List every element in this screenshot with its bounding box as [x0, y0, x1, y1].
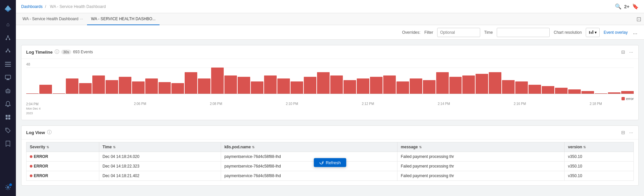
x-label-3: 2:10 PM: [254, 102, 330, 115]
log-view-expand-button[interactable]: ⊟: [621, 129, 626, 136]
svg-line-4: [6, 37, 8, 39]
log-timeline-expand-button[interactable]: ⊟: [621, 49, 626, 55]
col-version-sort[interactable]: ⇅: [583, 145, 586, 149]
svg-point-2: [6, 39, 7, 40]
bar: [357, 78, 369, 94]
filter-input[interactable]: [437, 28, 480, 37]
sidebar: ⌂: [0, 0, 16, 196]
col-message-label: message: [401, 145, 418, 149]
col-severity-sort[interactable]: ⇅: [46, 145, 49, 149]
cell-message-0: Failed payment processing thr: [397, 152, 565, 162]
refresh-button[interactable]: Refresh: [314, 158, 346, 167]
cell-version-0: v350.10: [565, 152, 634, 162]
x-label-0: 2:04 PMMon Dec 42023: [26, 102, 102, 115]
col-message-sort[interactable]: ⇅: [419, 145, 422, 149]
log-timeline-more-button[interactable]: ···: [628, 49, 634, 55]
cell-pod-1: paymentservice-76d4c58f88-lhd: [221, 162, 397, 171]
svg-rect-14: [5, 64, 11, 65]
legend-dot-error: [621, 97, 625, 100]
svg-rect-8: [9, 51, 10, 52]
search-icon[interactable]: 🔍: [615, 3, 621, 10]
col-time-sort[interactable]: ⇅: [113, 145, 115, 149]
breadcrumb-root[interactable]: Dashboards: [21, 4, 43, 9]
new-panel-icon[interactable]: ⊡: [636, 16, 641, 23]
col-message: message ⇅: [397, 142, 565, 152]
bar: [198, 78, 210, 94]
robot-icon[interactable]: [2, 85, 14, 97]
bar: [264, 75, 277, 94]
bell-icon[interactable]: [2, 98, 14, 110]
bar: [344, 80, 356, 94]
col-pod-label: k8s.pod.name: [224, 145, 251, 149]
list-icon[interactable]: [2, 58, 14, 70]
tab-wa-service-inactive[interactable]: WA - Service Health Dashboard ···: [19, 13, 87, 25]
log-view-info-icon[interactable]: ⓘ: [47, 129, 52, 135]
override-bar: Overrides: Filter Time Chart resolution …: [16, 25, 644, 40]
notifications-icon[interactable]: 2+: [624, 4, 629, 9]
cell-version-2: v350.10: [565, 171, 634, 181]
svg-rect-28: [6, 118, 8, 120]
x-label-1: 2:06 PM: [102, 102, 178, 115]
bookmark-icon[interactable]: [2, 138, 14, 150]
tag-icon[interactable]: [2, 124, 14, 136]
tabbar: WA - Service Health Dashboard ··· WA - S…: [16, 13, 644, 25]
bar: [304, 77, 316, 94]
cell-severity-1: ERROR: [26, 162, 99, 171]
svg-rect-13: [5, 62, 11, 63]
severity-badge-2: ERROR: [30, 173, 48, 178]
svg-rect-6: [7, 49, 9, 50]
chart-legend: error: [621, 97, 634, 101]
bar: [211, 68, 224, 94]
svg-point-1: [7, 35, 9, 37]
cell-severity-2: ERROR: [26, 171, 99, 181]
cell-pod-2: paymentservice-76d4c58f88-lhd: [221, 171, 397, 181]
bookmark-header-icon[interactable]: 🔖: [632, 3, 639, 10]
col-severity-label: Severity: [30, 145, 45, 149]
event-overlay-button[interactable]: Event overlay: [604, 30, 628, 35]
svg-rect-27: [8, 115, 10, 117]
overrides-label: Overrides:: [402, 30, 420, 35]
log-view-more-button[interactable]: ···: [628, 129, 634, 136]
cell-severity-0: ERROR: [26, 152, 99, 162]
bar: [251, 81, 263, 94]
log-timeline-header-right: ⊟ ···: [621, 49, 634, 55]
chart-resolution-button[interactable]: ▾: [586, 28, 600, 37]
monitor-icon[interactable]: [2, 72, 14, 83]
log-timeline-panel: Log Timeline ⓘ 30s 693 Events ⊟ ··· 48: [21, 45, 639, 120]
bar: [79, 83, 92, 94]
grid-icon[interactable]: [2, 111, 14, 123]
table-row[interactable]: ERROR Dec 04 14:18:21.402 paymentservice…: [26, 171, 634, 181]
bar: [119, 77, 131, 94]
col-pod-sort[interactable]: ⇅: [252, 145, 254, 149]
bar: [106, 80, 118, 94]
tab-dots[interactable]: ···: [80, 17, 83, 21]
home-icon[interactable]: ⌂: [2, 19, 14, 30]
bar: [159, 82, 171, 94]
topbar: Dashboards / WA - Service Health Dashboa…: [16, 0, 644, 13]
settings-icon[interactable]: [2, 181, 14, 193]
bar-chart: [26, 68, 634, 94]
time-input[interactable]: [497, 28, 550, 37]
col-time: Time ⇅: [99, 142, 221, 152]
log-timeline-info-icon[interactable]: ⓘ: [55, 49, 59, 55]
bar: [515, 81, 528, 94]
svg-rect-33: [591, 32, 592, 34]
bar: [502, 80, 515, 94]
refresh-label: Refresh: [326, 160, 341, 165]
severity-dot-0: [30, 155, 32, 158]
bar: [383, 75, 396, 94]
hierarchy-icon[interactable]: [2, 45, 14, 57]
main-content: Dashboards / WA - Service Health Dashboa…: [16, 0, 644, 196]
topology-icon[interactable]: [2, 32, 14, 44]
tab-label-inactive: WA - Service Health Dashboard: [23, 17, 78, 21]
bar: [330, 75, 343, 94]
bar: [436, 72, 449, 94]
x-label-5: 2:14 PM: [406, 102, 482, 115]
tab-wa-service-active[interactable]: WA - SERVICE HEALTH DASHBO...: [87, 13, 160, 25]
bar: [542, 86, 554, 94]
splunk-logo[interactable]: [2, 3, 14, 15]
override-more-button[interactable]: ...: [632, 29, 639, 35]
bar: [224, 75, 237, 94]
chart-resolution-arrow: ▾: [595, 30, 597, 35]
svg-point-23: [8, 88, 8, 89]
